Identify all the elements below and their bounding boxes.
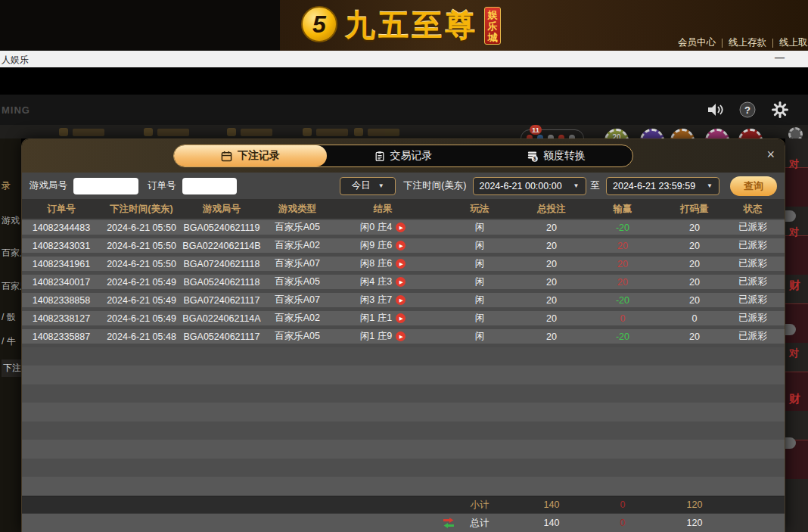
col-header-play: 玩法 <box>432 203 527 216</box>
chevron-down-icon: ▼ <box>707 182 713 189</box>
date-from-select[interactable]: 2024-6-21 00:00:00 ▼ <box>473 177 586 195</box>
swap-icon[interactable] <box>443 518 455 528</box>
cell-round: BGA0224062114B <box>182 241 261 251</box>
cell-order: 14082338127 <box>22 313 101 324</box>
bet-chip-20[interactable]: 20 <box>604 129 629 138</box>
header-links: 会员中心 线上存款 线上取款 <box>678 36 808 49</box>
table-row: 14082341961 2024-6-21 05:50 BGA072406211… <box>22 257 785 271</box>
cell-result: 闲3 庄7 ▶ <box>334 294 432 306</box>
bet-area <box>785 303 808 343</box>
cell-order: 14082344483 <box>22 222 101 233</box>
notification-badge: 11 <box>530 125 542 135</box>
result-text: 闲4 庄3 <box>360 275 392 288</box>
bet-chip[interactable] <box>705 129 729 138</box>
total-bet: 140 <box>527 518 576 528</box>
sidebar-item[interactable]: 下注 <box>2 359 21 377</box>
close-icon[interactable]: × <box>766 148 775 161</box>
play-icon[interactable]: ▶ <box>396 331 406 341</box>
cell-status: 已派彩 <box>719 312 785 325</box>
total-row: 总计 140 0 120 <box>22 513 785 532</box>
cell-round: BGA0224062114A <box>182 313 261 324</box>
bet-time-label: 下注时间(美东) <box>403 179 466 192</box>
play-icon[interactable]: ▶ <box>396 277 406 287</box>
category-icon <box>227 128 272 136</box>
table-row: 14082338127 2024-6-21 05:49 BGA022406211… <box>22 311 785 325</box>
cell-time: 2024-6-21 05:49 <box>101 295 182 306</box>
order-number-input[interactable] <box>182 178 237 194</box>
cell-turnover: 20 <box>670 295 719 306</box>
svg-text:?: ? <box>744 104 751 116</box>
subtotal-turnover: 120 <box>670 499 719 510</box>
quick-range-value: 今日 <box>352 179 371 192</box>
cell-status: 已派彩 <box>719 221 785 234</box>
subtotal-label: 小计 <box>432 499 527 512</box>
speaker-icon[interactable] <box>707 101 723 118</box>
help-icon[interactable]: ? <box>739 101 756 118</box>
cell-order: 14082343031 <box>22 241 101 251</box>
chip-icon[interactable] <box>788 127 803 138</box>
game-round-input[interactable] <box>73 178 138 194</box>
link-withdraw[interactable]: 线上取款 <box>779 36 808 49</box>
category-icon <box>354 128 399 136</box>
modal-tabs: 下注记录 交易记录 <box>173 145 633 167</box>
sidebar-item[interactable]: 百家乐 <box>2 280 21 293</box>
tab-label: 额度转换 <box>543 149 586 163</box>
col-header-round: 游戏局号 <box>182 203 261 216</box>
bet-chip[interactable] <box>640 129 664 138</box>
cell-total-bet: 20 <box>527 313 576 324</box>
empty-rows-area <box>22 347 785 496</box>
sidebar-item[interactable]: 百家乐 <box>2 247 21 260</box>
sidebar-item[interactable]: / 骰 <box>2 311 16 324</box>
category-icon <box>59 128 104 136</box>
link-deposit[interactable]: 线上存款 <box>729 36 766 49</box>
minimize-button[interactable]: — <box>775 51 785 63</box>
subtotal-bet: 140 <box>527 499 576 510</box>
cell-turnover: 0 <box>670 313 719 324</box>
search-button[interactable]: 查询 <box>730 176 777 196</box>
gear-icon[interactable] <box>772 101 788 118</box>
tab-transaction-records[interactable]: 交易记录 <box>327 145 480 166</box>
cell-win-loss: 20 <box>576 259 670 269</box>
cell-type: 百家乐A05 <box>261 221 334 234</box>
play-icon[interactable]: ▶ <box>396 259 406 269</box>
table-header: 订单号 下注时间(美东) 游戏局号 游戏类型 结果 玩法 总投注 输赢 打码量 … <box>22 199 785 219</box>
sidebar-item[interactable]: 游戏 <box>2 214 20 227</box>
cell-type: 百家乐A07 <box>261 257 334 270</box>
link-member-center[interactable]: 会员中心 <box>678 36 716 49</box>
site-logo[interactable]: 5 九五至尊 娱乐城 <box>301 6 501 45</box>
bet-records-modal: 下注记录 交易记录 <box>21 138 785 532</box>
bet-area <box>785 235 808 275</box>
bet-chip[interactable] <box>670 129 695 138</box>
cell-total-bet: 20 <box>527 331 576 342</box>
sidebar-item[interactable]: 录 <box>2 179 11 192</box>
cell-type: 百家乐A05 <box>261 275 334 288</box>
col-header-bet: 总投注 <box>527 203 576 216</box>
bet-label: 对 <box>789 157 799 171</box>
play-icon[interactable]: ▶ <box>396 295 406 305</box>
play-icon[interactable]: ▶ <box>396 241 406 250</box>
col-header-winloss: 输赢 <box>576 203 670 216</box>
clipboard-icon <box>374 151 385 162</box>
sidebar-item[interactable]: / 牛 <box>2 335 16 348</box>
table-body: 14082344483 2024-6-21 05:50 BGA052406211… <box>22 219 785 496</box>
col-header-turnover: 打码量 <box>670 203 719 216</box>
table-row: 14082343031 2024-6-21 05:50 BGA022406211… <box>22 238 785 253</box>
total-label-cell: 总计 <box>432 517 527 530</box>
date-to-select[interactable]: 2024-6-21 23:59:59 ▼ <box>606 177 719 195</box>
cell-time: 2024-6-21 05:50 <box>101 222 182 233</box>
play-icon[interactable]: ▶ <box>396 313 406 323</box>
quick-range-select[interactable]: 今日 ▼ <box>340 177 396 195</box>
tab-bet-records[interactable]: 下注记录 <box>174 145 327 166</box>
cell-win-loss: 0 <box>576 313 670 324</box>
cell-total-bet: 20 <box>527 222 576 233</box>
logo-badge: 娱乐城 <box>484 7 501 45</box>
table-row: 14082344483 2024-6-21 05:50 BGA052406211… <box>22 220 785 235</box>
date-from-value: 2024-6-21 00:00:00 <box>480 181 562 191</box>
cell-result: 闲9 庄6 ▶ <box>334 239 432 252</box>
cell-result: 闲4 庄3 ▶ <box>334 275 432 288</box>
bet-area <box>785 167 808 207</box>
play-icon[interactable]: ▶ <box>396 222 406 232</box>
tab-credit-transfer[interactable]: $ 额度转换 <box>480 145 632 166</box>
cell-result: 闲1 庄1 ▶ <box>334 312 432 325</box>
bet-chip[interactable] <box>738 129 763 138</box>
